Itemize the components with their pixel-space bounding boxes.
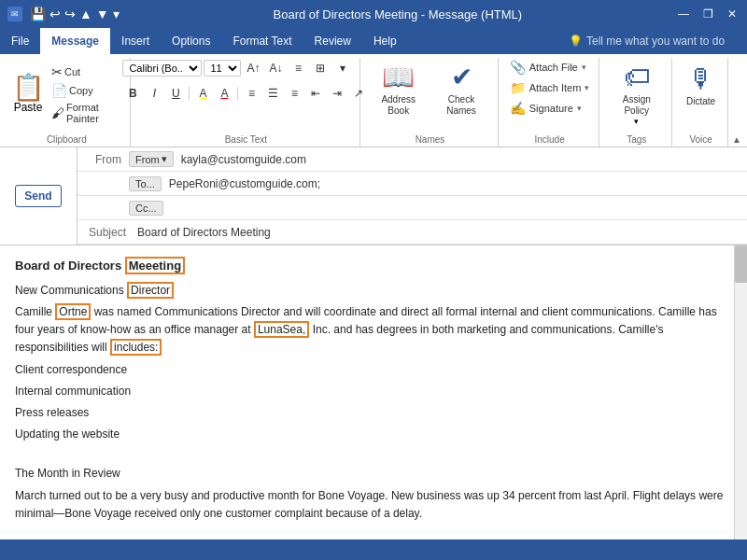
copy-label: Copy: [69, 85, 93, 96]
undo-icon[interactable]: ↩: [49, 7, 61, 21]
body-p1: New Communications Director: [15, 282, 732, 300]
paste-label: Paste: [14, 101, 43, 114]
list-button[interactable]: ≡: [288, 58, 308, 78]
cut-button[interactable]: ✂ Cut: [49, 63, 124, 80]
list2-button[interactable]: ⊞: [310, 58, 331, 78]
format-painter-label: Format Painter: [66, 102, 121, 124]
font-select[interactable]: Calibri (Bo...: [122, 60, 202, 77]
attach-file-label: Attach File: [529, 62, 578, 73]
tab-review[interactable]: Review: [303, 28, 362, 54]
tell-me-input[interactable]: [586, 35, 736, 48]
scrollbar-thumb[interactable]: [735, 245, 747, 283]
email-body[interactable]: Board of Directors Meeeting New Communic…: [0, 245, 747, 539]
underline-button[interactable]: U: [165, 83, 186, 104]
font-grow-button[interactable]: A↑: [243, 58, 263, 78]
italic-button[interactable]: I: [144, 83, 164, 104]
tab-options[interactable]: Options: [161, 28, 221, 54]
tab-format-text[interactable]: Format Text: [221, 28, 303, 54]
ribbon: File Message Insert Options Format Text …: [0, 28, 747, 147]
align-center-button[interactable]: ☰: [262, 83, 283, 104]
tab-message[interactable]: Message: [40, 28, 110, 54]
voice-label: Voice: [689, 134, 712, 145]
address-book-button[interactable]: 📖 Address Book: [368, 58, 429, 120]
tell-me-area: 💡: [569, 35, 747, 48]
from-dropdown-button[interactable]: From ▾: [129, 151, 174, 167]
status-bar: [0, 539, 747, 560]
lightbulb-icon: 💡: [569, 35, 583, 48]
attach-file-button[interactable]: 📎 Attach File ▾: [506, 58, 594, 77]
signature-dropdown: ▾: [577, 104, 582, 113]
assign-policy-label: Assign Policy: [613, 94, 660, 117]
ribbon-collapse-button[interactable]: ▲: [730, 133, 743, 147]
signature-button[interactable]: ✍ Signature ▾: [506, 99, 594, 118]
basic-text-content: Calibri (Bo... 11 A↑ A↓ ≡ ⊞ ▾ B I: [122, 58, 369, 143]
minimize-button[interactable]: —: [676, 7, 691, 21]
basic-text-label: Basic Text: [225, 134, 267, 145]
font-shrink-button[interactable]: A↓: [265, 58, 286, 78]
restore-button[interactable]: ❐: [700, 7, 715, 21]
signature-label: Signature: [529, 103, 573, 114]
ortne-highlight: Ortne: [55, 303, 91, 320]
tab-help[interactable]: Help: [362, 28, 408, 54]
tags-group: 🏷 Assign Policy ▾ Tags: [601, 58, 672, 147]
cut-icon: ✂: [51, 64, 63, 79]
dictate-icon: 🎙: [688, 63, 714, 94]
dictate-button[interactable]: 🎙 Dictate: [680, 58, 722, 112]
new-communications-text: New Communications: [15, 284, 127, 297]
format-painter-icon: 🖌: [51, 105, 64, 120]
subject-value[interactable]: Board of Directors Meeting: [134, 224, 747, 241]
include-items: 📎 Attach File ▾ 📁 Attach Item ▾ ✍ Signat…: [506, 58, 594, 118]
more-text-button[interactable]: ▾: [332, 58, 353, 78]
ribbon-toolbar: 📋 Paste ✂ Cut 📄 Copy 🖌: [0, 54, 747, 147]
customize-icon[interactable]: ▾: [113, 7, 120, 21]
camille-text: Camille: [15, 305, 55, 318]
close-button[interactable]: ✕: [725, 7, 740, 21]
to-button[interactable]: To...: [129, 176, 162, 191]
cc-button[interactable]: Cc...: [129, 201, 163, 216]
from-dropdown-arrow: ▾: [162, 153, 167, 165]
text-highlight-button[interactable]: A: [192, 83, 213, 104]
attach-file-dropdown: ▾: [582, 63, 586, 72]
font-size-select[interactable]: 11: [204, 60, 241, 77]
from-value: kayla@customguide.com: [177, 151, 747, 168]
include-group: 📎 Attach File ▾ 📁 Attach Item ▾ ✍ Signat…: [500, 58, 600, 147]
address-book-label: Address Book: [374, 94, 423, 117]
redo-icon[interactable]: ↪: [64, 7, 76, 21]
separator2: [237, 87, 238, 100]
clipboard-small-buttons: ✂ Cut 📄 Copy 🖌 Format Painter: [49, 63, 124, 125]
cc-row: Cc...: [78, 196, 747, 220]
indent-decrease-button[interactable]: ⇤: [305, 83, 326, 104]
list-item-4: Updating the website: [15, 426, 732, 443]
send-button[interactable]: Send: [15, 185, 62, 207]
down-icon[interactable]: ▼: [96, 7, 109, 21]
voice-group: 🎙 Dictate Voice: [674, 58, 728, 147]
check-names-button[interactable]: ✔ Check Names: [430, 58, 492, 120]
align-right-button[interactable]: ≡: [284, 83, 304, 104]
format-painter-button[interactable]: 🖌 Format Painter: [49, 101, 124, 125]
quick-save: 💾 ↩ ↪ ▲ ▼ ▾: [30, 7, 120, 21]
indent-increase-button[interactable]: ⇥: [327, 83, 347, 104]
save-icon[interactable]: 💾: [30, 7, 46, 21]
tags-label: Tags: [627, 134, 646, 145]
up-icon[interactable]: ▲: [79, 7, 92, 21]
basic-text-group: Calibri (Bo... 11 A↑ A↓ ≡ ⊞ ▾ B I: [133, 58, 361, 147]
menu-tabs: File Message Insert Options Format Text …: [0, 28, 747, 54]
check-names-label: Check Names: [436, 94, 486, 117]
text-color-button[interactable]: A: [214, 83, 234, 104]
list-item-2: Internal communication: [15, 383, 732, 400]
meeeting-highlight: Meeeting: [125, 257, 185, 274]
scrollbar[interactable]: [734, 245, 747, 539]
to-row: To... PepeRoni@customguide.com;: [78, 172, 747, 196]
subject-label: Subject: [78, 226, 134, 239]
copy-button[interactable]: 📄 Copy: [49, 82, 124, 99]
tab-insert[interactable]: Insert: [110, 28, 161, 54]
align-left-button[interactable]: ≡: [241, 83, 261, 104]
clipboard-content: 📋 Paste ✂ Cut 📄 Copy 🖌: [9, 58, 124, 143]
bold-button[interactable]: B: [122, 83, 143, 104]
assign-policy-button[interactable]: 🏷 Assign Policy ▾: [607, 58, 666, 130]
attach-item-button[interactable]: 📁 Attach Item ▾: [506, 78, 594, 97]
to-value[interactable]: PepeRoni@customguide.com;: [165, 175, 747, 192]
paste-button[interactable]: 📋 Paste: [9, 73, 47, 116]
cc-value[interactable]: [167, 206, 747, 210]
tab-file[interactable]: File: [0, 28, 40, 54]
